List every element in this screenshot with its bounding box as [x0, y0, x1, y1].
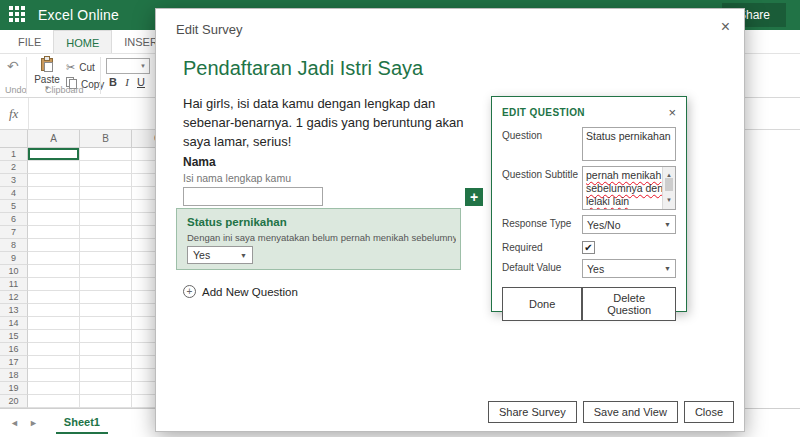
cell-A3[interactable]	[28, 174, 80, 187]
status-answer-select[interactable]: Yes ▼	[187, 246, 253, 264]
scrollbar-thumb[interactable]	[665, 178, 673, 191]
close-button[interactable]: Close	[684, 401, 734, 423]
cell-B7[interactable]	[80, 226, 132, 239]
row-header-7[interactable]: 7	[0, 226, 28, 239]
bold-button[interactable]: B	[107, 76, 119, 88]
cell-A19[interactable]	[28, 382, 80, 395]
row-header-14[interactable]: 14	[0, 317, 28, 330]
cell-A2[interactable]	[28, 161, 80, 174]
question-subtitle-textarea[interactable]: pernah menikah sebelumnya dengan lelaki …	[582, 166, 676, 210]
column-header-A[interactable]: A	[28, 130, 80, 148]
cell-B2[interactable]	[80, 161, 132, 174]
cut-button[interactable]: ✂ Cut	[66, 60, 95, 74]
tab-home[interactable]: HOME	[53, 30, 112, 53]
cell-B3[interactable]	[80, 174, 132, 187]
tab-file[interactable]: FILE	[6, 30, 53, 53]
cell-A14[interactable]	[28, 317, 80, 330]
cell-B8[interactable]	[80, 239, 132, 252]
selected-question-card[interactable]: Status pernikahan Dengan ini saya menyat…	[176, 208, 461, 270]
fx-icon[interactable]: fx	[9, 106, 18, 122]
cell-B4[interactable]	[80, 187, 132, 200]
cell-B11[interactable]	[80, 278, 132, 291]
cell-B16[interactable]	[80, 343, 132, 356]
row-header-1[interactable]: 1	[0, 148, 28, 161]
sheet-tab-sheet1[interactable]: Sheet1	[56, 412, 108, 434]
row-header-13[interactable]: 13	[0, 304, 28, 317]
row-header-8[interactable]: 8	[0, 239, 28, 252]
cell-A6[interactable]	[28, 213, 80, 226]
save-and-view-button[interactable]: Save and View	[583, 401, 678, 423]
cell-B17[interactable]	[80, 356, 132, 369]
row-header-4[interactable]: 4	[0, 187, 28, 200]
cell-B9[interactable]	[80, 252, 132, 265]
question-name-subtitle[interactable]: Isi nama lengkap kamu	[183, 172, 291, 184]
row-header-6[interactable]: 6	[0, 213, 28, 226]
cell-A15[interactable]	[28, 330, 80, 343]
cell-A16[interactable]	[28, 343, 80, 356]
cell-A5[interactable]	[28, 200, 80, 213]
cell-A17[interactable]	[28, 356, 80, 369]
cell-B19[interactable]	[80, 382, 132, 395]
font-name-select[interactable]: ▼	[106, 58, 150, 74]
default-value-select[interactable]: Yes ▼	[582, 259, 676, 278]
undo-icon[interactable]: ↶	[7, 58, 19, 74]
cell-B20[interactable]	[80, 395, 132, 408]
row-header-15[interactable]: 15	[0, 330, 28, 343]
response-type-select[interactable]: Yes/No ▼	[582, 215, 676, 234]
survey-title[interactable]: Pendaftaran Jadi Istri Saya	[183, 57, 423, 80]
row-header-20[interactable]: 20	[0, 395, 28, 408]
row-header-16[interactable]: 16	[0, 343, 28, 356]
share-survey-button[interactable]: Share Survey	[488, 401, 577, 423]
cell-A4[interactable]	[28, 187, 80, 200]
scroll-down-icon[interactable]: ▼	[666, 194, 672, 207]
next-sheet-icon[interactable]: ►	[29, 418, 38, 428]
italic-button[interactable]: I	[121, 76, 133, 88]
cell-B13[interactable]	[80, 304, 132, 317]
close-icon[interactable]: ×	[721, 18, 730, 36]
cell-B15[interactable]	[80, 330, 132, 343]
cell-A7[interactable]	[28, 226, 80, 239]
row-header-19[interactable]: 19	[0, 382, 28, 395]
row-header-2[interactable]: 2	[0, 161, 28, 174]
cell-B18[interactable]	[80, 369, 132, 382]
cell-A12[interactable]	[28, 291, 80, 304]
name-answer-input[interactable]	[183, 187, 323, 206]
cell-B5[interactable]	[80, 200, 132, 213]
row-header-10[interactable]: 10	[0, 265, 28, 278]
cell-B10[interactable]	[80, 265, 132, 278]
cell-A8[interactable]	[28, 239, 80, 252]
cell-B14[interactable]	[80, 317, 132, 330]
row-header-5[interactable]: 5	[0, 200, 28, 213]
row-header-3[interactable]: 3	[0, 174, 28, 187]
prev-sheet-icon[interactable]: ◄	[10, 418, 19, 428]
cell-B1[interactable]	[80, 148, 132, 161]
insert-question-button[interactable]: +	[465, 188, 483, 206]
survey-description[interactable]: Hai girls, isi data kamu dengan lengkap …	[183, 95, 485, 152]
row-header-12[interactable]: 12	[0, 291, 28, 304]
row-header-9[interactable]: 9	[0, 252, 28, 265]
subtitle-scrollbar[interactable]: ▲ ▼	[662, 167, 675, 209]
cell-A10[interactable]	[28, 265, 80, 278]
cell-A11[interactable]	[28, 278, 80, 291]
done-button[interactable]: Done	[502, 287, 582, 321]
close-icon[interactable]: ×	[668, 105, 676, 120]
row-header-11[interactable]: 11	[0, 278, 28, 291]
cell-B6[interactable]	[80, 213, 132, 226]
question-textarea[interactable]: Status pernikahan	[582, 127, 676, 161]
add-new-question-button[interactable]: + Add New Question	[183, 285, 298, 298]
cell-A18[interactable]	[28, 369, 80, 382]
cell-A1[interactable]	[28, 148, 80, 161]
required-checkbox[interactable]: ✔	[582, 241, 595, 254]
cell-A9[interactable]	[28, 252, 80, 265]
cell-B12[interactable]	[80, 291, 132, 304]
question-name-title[interactable]: Nama	[183, 155, 216, 169]
cell-A20[interactable]	[28, 395, 80, 408]
row-header-18[interactable]: 18	[0, 369, 28, 382]
row-header-17[interactable]: 17	[0, 356, 28, 369]
cell-A13[interactable]	[28, 304, 80, 317]
select-all-corner[interactable]	[0, 130, 28, 148]
delete-question-button[interactable]: Delete Question	[582, 287, 676, 321]
column-header-B[interactable]: B	[80, 130, 132, 148]
underline-button[interactable]: U	[135, 76, 147, 88]
app-launcher-icon[interactable]	[9, 6, 27, 24]
